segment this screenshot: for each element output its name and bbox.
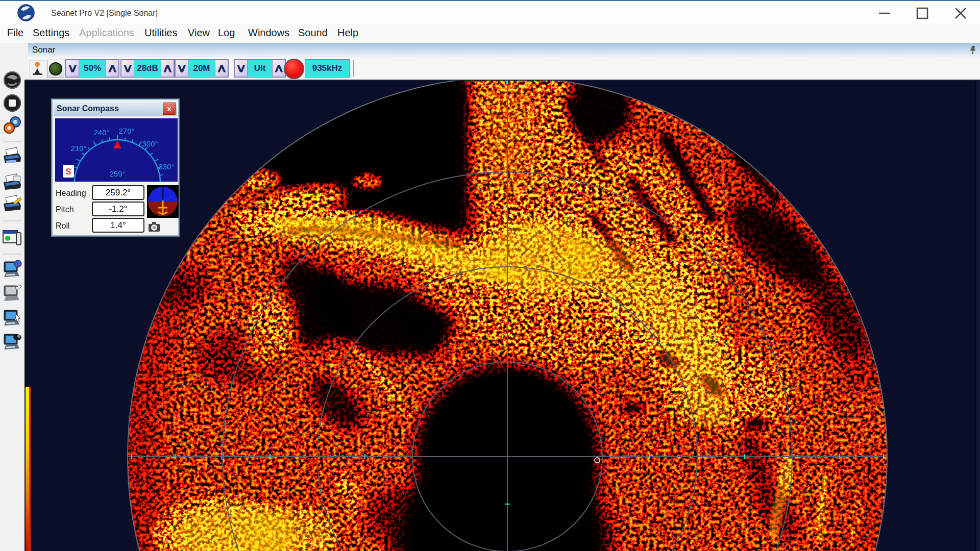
svg-text:210°: 210°	[70, 144, 86, 153]
svg-text:240°: 240°	[93, 128, 109, 137]
svg-text:S: S	[65, 167, 71, 177]
svg-text:330°: 330°	[158, 162, 174, 171]
svg-text:300°: 300°	[142, 139, 158, 148]
svg-text:259°: 259°	[109, 169, 125, 178]
svg-text:270°: 270°	[118, 127, 134, 135]
